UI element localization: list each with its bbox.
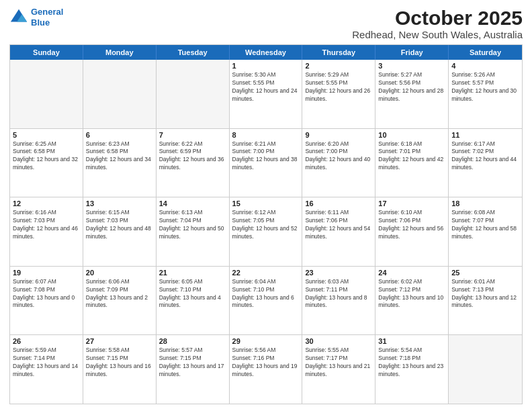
- daylight-text: Daylight: 12 hours and 52 minutes.: [232, 225, 300, 241]
- sunset-text: Sunset: 7:17 PM: [305, 355, 372, 363]
- day-number: 31: [378, 337, 445, 345]
- day-number: 4: [451, 62, 519, 70]
- sunset-text: Sunset: 5:56 PM: [378, 79, 445, 87]
- daylight-text: Daylight: 13 hours and 12 minutes.: [451, 294, 519, 310]
- day-number: 27: [86, 337, 153, 345]
- daylight-text: Daylight: 13 hours and 16 minutes.: [86, 363, 153, 379]
- day-number: 28: [159, 337, 226, 345]
- calendar-cell: 26 Sunrise: 5:59 AM Sunset: 7:14 PM Dayl…: [10, 335, 83, 404]
- day-number: 7: [159, 131, 226, 139]
- calendar-cell: 31 Sunrise: 5:54 AM Sunset: 7:18 PM Dayl…: [375, 335, 449, 404]
- daylight-text: Daylight: 13 hours and 6 minutes.: [232, 294, 300, 310]
- daylight-text: Daylight: 13 hours and 14 minutes.: [13, 363, 80, 379]
- weekday-header: Friday: [375, 45, 449, 60]
- sunrise-text: Sunrise: 6:06 AM: [86, 278, 153, 286]
- sunset-text: Sunset: 7:15 PM: [86, 355, 153, 363]
- day-number: 12: [13, 199, 80, 208]
- calendar-cell: [449, 335, 522, 404]
- day-number: 11: [451, 131, 519, 139]
- day-number: 14: [159, 199, 226, 208]
- sunset-text: Sunset: 7:10 PM: [159, 286, 226, 294]
- calendar-cell: 1 Sunrise: 5:30 AM Sunset: 5:55 PM Dayli…: [230, 60, 303, 128]
- sunset-text: Sunset: 7:09 PM: [86, 286, 153, 294]
- calendar-row: 1 Sunrise: 5:30 AM Sunset: 5:55 PM Dayli…: [10, 60, 522, 129]
- sunset-text: Sunset: 7:04 PM: [159, 217, 226, 225]
- daylight-text: Daylight: 12 hours and 32 minutes.: [13, 156, 80, 172]
- day-number: 16: [305, 199, 372, 208]
- weekday-header: Saturday: [449, 45, 522, 60]
- weekday-header: Wednesday: [230, 45, 303, 60]
- calendar-title: October 2025: [352, 7, 523, 29]
- sunset-text: Sunset: 7:13 PM: [451, 286, 519, 294]
- day-number: 2: [305, 62, 372, 70]
- sunrise-text: Sunrise: 6:21 AM: [232, 140, 300, 148]
- calendar-cell: [157, 60, 230, 128]
- sunrise-text: Sunrise: 6:17 AM: [451, 140, 519, 148]
- daylight-text: Daylight: 12 hours and 42 minutes.: [378, 156, 445, 172]
- title-block: October 2025 Redhead, New South Wales, A…: [352, 7, 523, 40]
- sunset-text: Sunset: 7:06 PM: [378, 217, 445, 225]
- sunrise-text: Sunrise: 5:26 AM: [451, 71, 519, 79]
- sunrise-text: Sunrise: 6:13 AM: [159, 209, 226, 217]
- daylight-text: Daylight: 13 hours and 2 minutes.: [86, 294, 153, 310]
- calendar-cell: 30 Sunrise: 5:55 AM Sunset: 7:17 PM Dayl…: [302, 335, 375, 404]
- sunset-text: Sunset: 7:01 PM: [378, 148, 445, 156]
- day-number: 3: [378, 62, 445, 70]
- calendar-body: 1 Sunrise: 5:30 AM Sunset: 5:55 PM Dayli…: [10, 60, 522, 404]
- calendar-subtitle: Redhead, New South Wales, Australia: [352, 29, 523, 40]
- sunset-text: Sunset: 7:07 PM: [451, 217, 519, 225]
- calendar-cell: 9 Sunrise: 6:20 AM Sunset: 7:00 PM Dayli…: [302, 129, 375, 197]
- sunset-text: Sunset: 7:14 PM: [13, 355, 80, 363]
- day-number: 24: [378, 269, 445, 277]
- calendar-cell: 23 Sunrise: 6:03 AM Sunset: 7:11 PM Dayl…: [302, 267, 375, 335]
- day-number: 15: [232, 199, 300, 208]
- calendar-cell: 15 Sunrise: 6:12 AM Sunset: 7:05 PM Dayl…: [230, 197, 303, 266]
- sunset-text: Sunset: 7:10 PM: [232, 286, 300, 294]
- daylight-text: Daylight: 13 hours and 23 minutes.: [378, 363, 445, 379]
- sunset-text: Sunset: 7:06 PM: [305, 217, 372, 225]
- day-number: 29: [232, 337, 300, 345]
- weekday-header: Monday: [83, 45, 157, 60]
- calendar: SundayMondayTuesdayWednesdayThursdayFrid…: [9, 44, 523, 404]
- calendar-cell: 11 Sunrise: 6:17 AM Sunset: 7:02 PM Dayl…: [449, 129, 522, 197]
- sunrise-text: Sunrise: 6:08 AM: [451, 209, 519, 217]
- sunset-text: Sunset: 7:03 PM: [13, 217, 80, 225]
- daylight-text: Daylight: 13 hours and 4 minutes.: [159, 294, 226, 310]
- sunrise-text: Sunrise: 6:16 AM: [13, 209, 80, 217]
- day-number: 17: [378, 199, 445, 208]
- sunrise-text: Sunrise: 5:30 AM: [232, 71, 300, 79]
- day-number: 25: [451, 269, 519, 277]
- sunset-text: Sunset: 6:59 PM: [159, 148, 226, 156]
- calendar-cell: 3 Sunrise: 5:27 AM Sunset: 5:56 PM Dayli…: [375, 60, 449, 128]
- sunrise-text: Sunrise: 6:02 AM: [378, 278, 445, 286]
- sunrise-text: Sunrise: 5:55 AM: [305, 347, 372, 355]
- sunset-text: Sunset: 6:58 PM: [86, 148, 153, 156]
- daylight-text: Daylight: 12 hours and 50 minutes.: [159, 225, 226, 241]
- sunrise-text: Sunrise: 5:59 AM: [13, 347, 80, 355]
- calendar-cell: 2 Sunrise: 5:29 AM Sunset: 5:55 PM Dayli…: [302, 60, 375, 128]
- calendar-cell: 18 Sunrise: 6:08 AM Sunset: 7:07 PM Dayl…: [449, 197, 522, 266]
- calendar-cell: [83, 60, 157, 128]
- daylight-text: Daylight: 12 hours and 36 minutes.: [159, 156, 226, 172]
- calendar-cell: 12 Sunrise: 6:16 AM Sunset: 7:03 PM Dayl…: [10, 197, 83, 266]
- daylight-text: Daylight: 12 hours and 34 minutes.: [86, 156, 153, 172]
- daylight-text: Daylight: 13 hours and 0 minutes.: [13, 294, 80, 310]
- calendar-cell: 16 Sunrise: 6:11 AM Sunset: 7:06 PM Dayl…: [302, 197, 375, 266]
- calendar-cell: 8 Sunrise: 6:21 AM Sunset: 7:00 PM Dayli…: [230, 129, 303, 197]
- daylight-text: Daylight: 12 hours and 38 minutes.: [232, 156, 300, 172]
- sunset-text: Sunset: 7:05 PM: [232, 217, 300, 225]
- sunrise-text: Sunrise: 6:20 AM: [305, 140, 372, 148]
- sunset-text: Sunset: 7:08 PM: [13, 286, 80, 294]
- sunset-text: Sunset: 7:18 PM: [378, 355, 445, 363]
- weekday-header: Tuesday: [157, 45, 230, 60]
- sunrise-text: Sunrise: 6:12 AM: [232, 209, 300, 217]
- calendar-cell: 29 Sunrise: 5:56 AM Sunset: 7:16 PM Dayl…: [230, 335, 303, 404]
- sunset-text: Sunset: 7:02 PM: [451, 148, 519, 156]
- sunrise-text: Sunrise: 6:10 AM: [378, 209, 445, 217]
- day-number: 19: [13, 269, 80, 277]
- calendar-row: 12 Sunrise: 6:16 AM Sunset: 7:03 PM Dayl…: [10, 197, 522, 267]
- calendar-cell: 28 Sunrise: 5:57 AM Sunset: 7:15 PM Dayl…: [157, 335, 230, 404]
- day-number: 10: [378, 131, 445, 139]
- sunset-text: Sunset: 5:55 PM: [305, 79, 372, 87]
- calendar-cell: 27 Sunrise: 5:58 AM Sunset: 7:15 PM Dayl…: [83, 335, 157, 404]
